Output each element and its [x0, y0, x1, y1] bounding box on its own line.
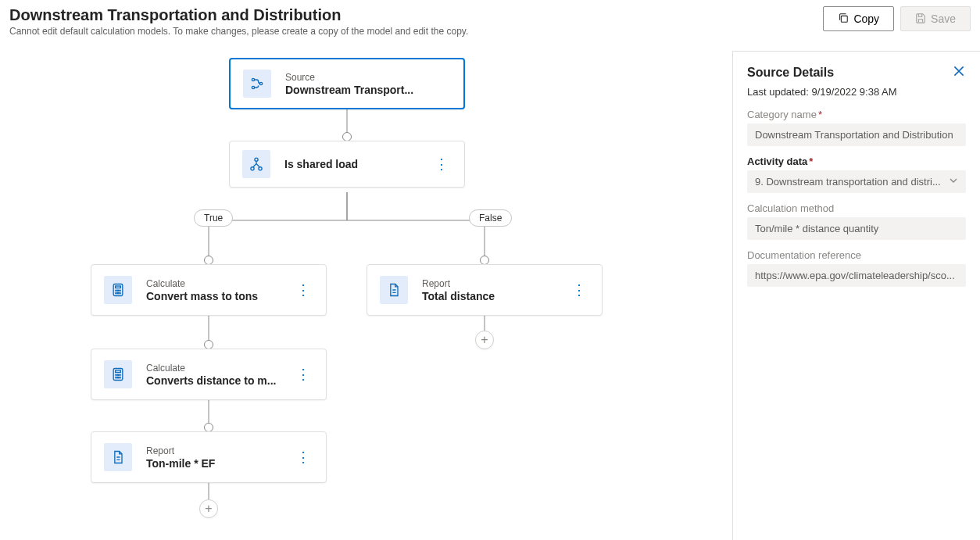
flow-node-calculate[interactable]: Calculate Convert mass to tons ⋮	[91, 264, 327, 316]
branches-icon	[243, 70, 271, 98]
node-title: Is shared load	[284, 158, 431, 170]
node-title: Converts distance to m...	[146, 374, 293, 387]
doc-field[interactable]: https://www.epa.gov/climateleadership/sc…	[747, 264, 966, 287]
svg-point-4	[255, 158, 258, 161]
flow-node-condition[interactable]: Is shared load ⋮	[229, 141, 465, 188]
svg-point-1	[252, 78, 254, 80]
save-icon	[915, 13, 926, 26]
node-kind: Report	[422, 278, 569, 289]
svg-point-14	[120, 293, 120, 294]
category-field[interactable]: Downstream Transportation and Distributi…	[747, 123, 966, 146]
flow-node-report[interactable]: Report Ton-mile * EF ⋮	[91, 431, 327, 483]
flow-node-report[interactable]: Report Total distance ⋮	[367, 264, 603, 316]
node-title: Convert mass to tons	[146, 290, 293, 302]
svg-point-19	[120, 374, 120, 375]
svg-point-18	[117, 374, 118, 375]
calculator-icon	[104, 360, 132, 388]
branch-label-true: True	[194, 209, 233, 227]
svg-point-10	[117, 290, 118, 291]
activity-dropdown[interactable]: 9. Downstream transportation and distri.…	[747, 170, 966, 193]
svg-rect-8	[116, 286, 121, 288]
last-updated: Last updated: 9/19/2022 9:38 AM	[747, 86, 966, 98]
calculator-icon	[104, 276, 132, 304]
node-kind: Source	[285, 72, 451, 83]
svg-point-11	[120, 290, 120, 291]
node-kind: Calculate	[146, 363, 293, 374]
page-title: Downstream Transportation and Distributi…	[9, 6, 468, 24]
branch-label-false: False	[469, 209, 512, 227]
decision-icon	[242, 150, 270, 178]
node-menu-button[interactable]: ⋮	[293, 284, 313, 295]
node-kind: Report	[146, 445, 293, 456]
add-node-button[interactable]: +	[199, 499, 218, 518]
svg-point-9	[116, 290, 116, 291]
method-field[interactable]: Ton/mile * distance quantity	[747, 217, 966, 240]
svg-point-6	[259, 167, 262, 170]
doc-label: Documentation reference	[747, 249, 966, 261]
activity-label: Activity data*	[747, 156, 966, 167]
svg-point-13	[117, 293, 118, 294]
details-panel: Source Details Last updated: 9/19/2022 9…	[732, 51, 980, 540]
method-label: Calculation method	[747, 202, 966, 214]
svg-point-17	[116, 374, 116, 375]
flow-node-calculate[interactable]: Calculate Converts distance to m... ⋮	[91, 349, 327, 400]
node-menu-button[interactable]: ⋮	[293, 452, 313, 463]
page-subtitle: Cannot edit default calculation models. …	[9, 26, 468, 37]
document-icon	[380, 276, 408, 304]
svg-point-22	[120, 377, 120, 378]
node-menu-button[interactable]: ⋮	[569, 284, 589, 295]
svg-point-21	[117, 377, 118, 378]
svg-point-12	[116, 293, 116, 294]
category-label: Category name*	[747, 109, 966, 120]
svg-point-20	[116, 377, 116, 378]
node-kind: Calculate	[146, 278, 293, 289]
add-node-button[interactable]: +	[475, 331, 494, 349]
save-button-label: Save	[931, 13, 956, 25]
document-icon	[104, 443, 132, 471]
flow-node-source[interactable]: Source Downstream Transport...	[229, 58, 465, 109]
node-menu-button[interactable]: ⋮	[431, 159, 452, 170]
node-title: Ton-mile * EF	[146, 457, 293, 470]
copy-button[interactable]: Copy	[823, 6, 894, 31]
copy-button-label: Copy	[853, 13, 879, 25]
panel-title: Source Details	[747, 66, 834, 80]
node-title: Downstream Transport...	[285, 84, 451, 96]
svg-point-2	[252, 86, 254, 88]
svg-rect-0	[842, 16, 848, 22]
node-title: Total distance	[422, 290, 569, 302]
svg-point-5	[251, 167, 254, 170]
close-icon[interactable]	[952, 64, 966, 81]
node-menu-button[interactable]: ⋮	[293, 369, 313, 380]
copy-icon	[838, 13, 849, 26]
svg-rect-16	[116, 370, 121, 373]
chevron-down-icon	[949, 176, 958, 188]
save-button: Save	[900, 6, 971, 31]
